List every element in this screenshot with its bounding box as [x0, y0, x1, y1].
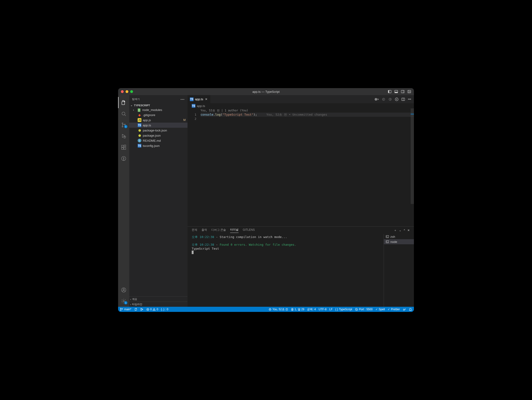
gitlens-toggle-icon[interactable] [375, 97, 379, 101]
tree-file-tsconfig[interactable]: TS tsconfig.json [129, 143, 188, 148]
status-eol[interactable]: LF [329, 308, 333, 311]
svg-rect-20 [122, 148, 123, 149]
terminal-dropdown-icon[interactable]: ⌄ [399, 229, 401, 232]
activity-bar: 1 1 [118, 95, 129, 307]
terminal-item-zsh[interactable]: zsh [384, 234, 414, 239]
tree-file-app-js[interactable]: JS app.js M [129, 117, 188, 123]
ts-json-icon: TS [138, 144, 141, 148]
svg-point-29 [123, 300, 124, 302]
tree-file-app-ts[interactable]: TS app.ts [129, 123, 188, 128]
status-json[interactable]: {..} : 0 [161, 308, 168, 311]
tree-file-package-json[interactable]: ⬢ package.json [129, 133, 188, 138]
accounts-tab[interactable] [118, 284, 129, 296]
svg-point-41 [141, 308, 141, 309]
code-line-1[interactable]: console.log("TypeScript Test"); You, 52초… [201, 113, 414, 117]
status-encoding[interactable]: UTF-8 [319, 308, 327, 311]
codelens-authors[interactable]: You, 53초 전 | 1 author (You) [201, 108, 414, 113]
status-sync[interactable] [134, 308, 137, 311]
tab-label: app.ts [195, 97, 203, 101]
folder-section-header[interactable]: ⌄ TYPESCRIPT [129, 103, 188, 107]
status-language[interactable]: { } TypeScript [336, 308, 352, 311]
braces-icon: { } [336, 308, 338, 311]
close-tab-icon[interactable]: ✕ [204, 97, 208, 101]
terminal-cursor [192, 251, 194, 254]
code-token: log [215, 113, 221, 117]
tab-app-ts[interactable]: TS app.ts ✕ [188, 95, 211, 103]
timeline-section[interactable]: › 타임라인 [129, 302, 188, 307]
terminal-text: - [214, 243, 219, 246]
bottom-panel: 문제 출력 디버그 콘솔 터미널 GITLENS ＋ ⌄ ^ ✕ 오후 10:2… [188, 226, 414, 307]
status-spell[interactable]: ✓ Spell [375, 308, 385, 311]
editor-scrollbar[interactable] [411, 108, 414, 226]
explorer-sidebar: 탐색기 ••• ⌄ TYPESCRIPT › ▇ node_modules ◆ … [129, 95, 188, 307]
prettier-label: Prettier [391, 308, 400, 311]
port-label: Port : 5500 [359, 308, 373, 311]
panel-tab-problems[interactable]: 문제 [192, 228, 197, 233]
code-token: "TypeScript Test" [222, 113, 253, 117]
close-panel-icon[interactable]: ✕ [407, 229, 410, 232]
file-label: package-lock.json [143, 129, 167, 132]
modified-status: M [183, 118, 186, 122]
code-token: ; [255, 113, 257, 117]
split-editor-icon[interactable] [401, 97, 405, 101]
status-feedback[interactable] [403, 308, 406, 311]
gitlens-tab[interactable] [118, 153, 129, 164]
terminal-text: TypeScript Test [192, 247, 219, 250]
nav-forward-icon[interactable] [388, 97, 392, 101]
more-actions-icon[interactable]: ••• [408, 97, 411, 101]
terminal-name: zsh [390, 235, 395, 239]
warning-count: 0 [157, 308, 158, 311]
line-number: 2 [188, 117, 196, 121]
extensions-tab[interactable] [118, 142, 129, 153]
tree-file-gitignore[interactable]: ◆ .gitignore [129, 112, 188, 117]
svg-point-42 [141, 310, 141, 310]
panel-tab-gitlens[interactable]: GITLENS [243, 228, 255, 232]
status-indent[interactable]: 공백: 4 [307, 307, 316, 311]
tree-file-readme[interactable]: i README.md [129, 138, 188, 143]
line-number: 1 [188, 113, 196, 117]
svg-point-13 [122, 126, 123, 127]
folder-name: TYPESCRIPT [134, 104, 150, 107]
check-icon: ✓ [388, 308, 390, 311]
status-live-server[interactable]: Port : 5500 [355, 308, 373, 311]
nav-back-icon[interactable] [382, 97, 386, 101]
terminal-name: node [390, 240, 397, 244]
svg-point-46 [154, 310, 154, 310]
panel-tab-output[interactable]: 출력 [202, 228, 207, 233]
explorer-tab[interactable] [118, 97, 129, 108]
settings-tab[interactable]: 1 [118, 296, 129, 307]
terminal-text: - Starting compilation in watch mode... [214, 235, 287, 239]
status-notifications[interactable] [409, 308, 412, 311]
ts-icon: TS [192, 104, 196, 108]
explorer-more-icon[interactable]: ••• [181, 98, 185, 101]
new-terminal-icon[interactable]: ＋ [394, 228, 397, 232]
status-problems[interactable]: 0 0 [146, 308, 158, 311]
status-gitlens-graph[interactable] [140, 308, 144, 311]
file-label: node_modules [142, 108, 162, 112]
status-branch[interactable]: main* [120, 308, 131, 311]
scroll-thumb[interactable] [411, 108, 414, 204]
breadcrumb[interactable]: TS app.ts [188, 103, 414, 108]
file-label: README.md [143, 139, 161, 142]
terminal-output[interactable]: 오후 10:22:38 - Starting compilation in wa… [188, 234, 384, 307]
status-prettier[interactable]: ✓ Prettier [388, 308, 400, 311]
code-editor[interactable]: 1 2 You, 53초 전 | 1 author (You) console.… [188, 108, 414, 226]
code-token: console [201, 113, 213, 117]
outline-section[interactable]: › 개요 [129, 297, 188, 302]
panel-tab-terminal[interactable]: 터미널 [230, 228, 239, 233]
status-cursor[interactable]: 줄 1, 열 29 [291, 307, 304, 311]
run-file-icon[interactable] [395, 97, 399, 101]
code-line-2[interactable] [201, 117, 414, 121]
status-blame[interactable]: You, 52초 전 [269, 307, 288, 311]
panel-tab-debug-console[interactable]: 디버그 콘솔 [211, 228, 226, 233]
terminal-item-node[interactable]: node [384, 239, 414, 244]
svg-line-51 [356, 309, 357, 310]
run-debug-tab[interactable] [118, 130, 129, 142]
maximize-panel-icon[interactable]: ^ [404, 229, 405, 232]
tree-folder-node-modules[interactable]: › ▇ node_modules [129, 107, 188, 112]
code-token: . [213, 113, 215, 117]
source-control-tab[interactable]: 1 [118, 119, 129, 130]
chevron-right-icon: › [130, 298, 131, 301]
search-tab[interactable] [118, 108, 129, 119]
tree-file-package-lock[interactable]: ⬢ package-lock.json [129, 128, 188, 133]
